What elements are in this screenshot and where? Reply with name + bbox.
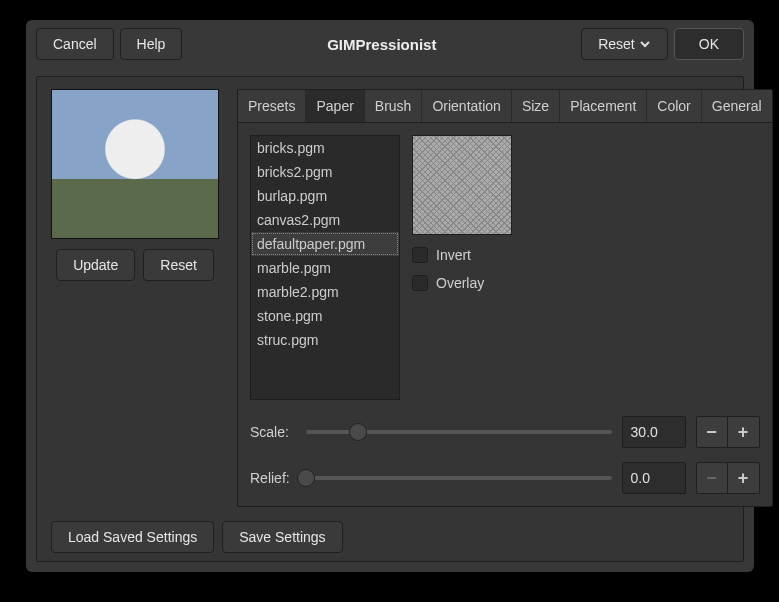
- list-item[interactable]: bricks2.pgm: [251, 160, 399, 184]
- list-item[interactable]: struc.pgm: [251, 328, 399, 352]
- save-settings-button[interactable]: Save Settings: [222, 521, 342, 553]
- relief-input[interactable]: [622, 462, 686, 494]
- scale-slider[interactable]: [306, 430, 612, 434]
- dialog-title: GIMPressionist: [188, 36, 575, 53]
- list-item[interactable]: marble2.pgm: [251, 280, 399, 304]
- scale-input[interactable]: [622, 416, 686, 448]
- overlay-checkbox-row[interactable]: Overlay: [412, 275, 512, 291]
- preview-column: Update Reset: [51, 89, 219, 507]
- titlebar: Cancel Help GIMPressionist Reset OK: [26, 20, 754, 72]
- list-item[interactable]: burlap.pgm: [251, 184, 399, 208]
- invert-checkbox-row[interactable]: Invert: [412, 247, 512, 263]
- reset-menu-label: Reset: [598, 36, 635, 52]
- settings-panel: PresetsPaperBrushOrientationSizePlacemen…: [237, 89, 773, 507]
- tab-orientation[interactable]: Orientation: [422, 90, 511, 122]
- reset-preview-button[interactable]: Reset: [143, 249, 214, 281]
- tab-presets[interactable]: Presets: [238, 90, 306, 122]
- cancel-button[interactable]: Cancel: [36, 28, 114, 60]
- tab-size[interactable]: Size: [512, 90, 560, 122]
- list-item[interactable]: marble.pgm: [251, 256, 399, 280]
- list-item[interactable]: canvas2.pgm: [251, 208, 399, 232]
- tab-bar: PresetsPaperBrushOrientationSizePlacemen…: [238, 90, 772, 123]
- list-item[interactable]: bricks.pgm: [251, 136, 399, 160]
- relief-increment-button[interactable]: +: [728, 462, 760, 494]
- tab-general[interactable]: General: [702, 90, 772, 122]
- paper-list[interactable]: bricks.pgmbricks2.pgmburlap.pgmcanvas2.p…: [250, 135, 400, 400]
- relief-row: Relief: − +: [250, 462, 760, 494]
- preview-image: [51, 89, 219, 239]
- update-button[interactable]: Update: [56, 249, 135, 281]
- overlay-label: Overlay: [436, 275, 484, 291]
- scale-label: Scale:: [250, 424, 296, 440]
- tab-paper[interactable]: Paper: [306, 90, 364, 122]
- paper-texture-preview: [412, 135, 512, 235]
- dialog-body: Update Reset PresetsPaperBrushOrientatio…: [36, 76, 744, 562]
- tab-placement[interactable]: Placement: [560, 90, 647, 122]
- relief-slider[interactable]: [306, 476, 612, 480]
- chevron-down-icon: [639, 38, 651, 50]
- dialog-window: Cancel Help GIMPressionist Reset OK Upda…: [26, 20, 754, 572]
- scale-row: Scale: − +: [250, 416, 760, 448]
- relief-decrement-button[interactable]: −: [696, 462, 728, 494]
- reset-menu-button[interactable]: Reset: [581, 28, 668, 60]
- bottom-buttons: Load Saved Settings Save Settings: [51, 521, 729, 553]
- relief-slider-handle[interactable]: [297, 469, 315, 487]
- load-settings-button[interactable]: Load Saved Settings: [51, 521, 214, 553]
- scale-increment-button[interactable]: +: [728, 416, 760, 448]
- tab-color[interactable]: Color: [647, 90, 701, 122]
- list-item[interactable]: defaultpaper.pgm: [251, 232, 399, 256]
- scale-decrement-button[interactable]: −: [696, 416, 728, 448]
- help-button[interactable]: Help: [120, 28, 183, 60]
- scale-slider-handle[interactable]: [349, 423, 367, 441]
- relief-label: Relief:: [250, 470, 296, 486]
- ok-button[interactable]: OK: [674, 28, 744, 60]
- invert-checkbox[interactable]: [412, 247, 428, 263]
- tab-content-paper: bricks.pgmbricks2.pgmburlap.pgmcanvas2.p…: [238, 123, 772, 506]
- list-item[interactable]: stone.pgm: [251, 304, 399, 328]
- overlay-checkbox[interactable]: [412, 275, 428, 291]
- invert-label: Invert: [436, 247, 471, 263]
- tab-brush[interactable]: Brush: [365, 90, 423, 122]
